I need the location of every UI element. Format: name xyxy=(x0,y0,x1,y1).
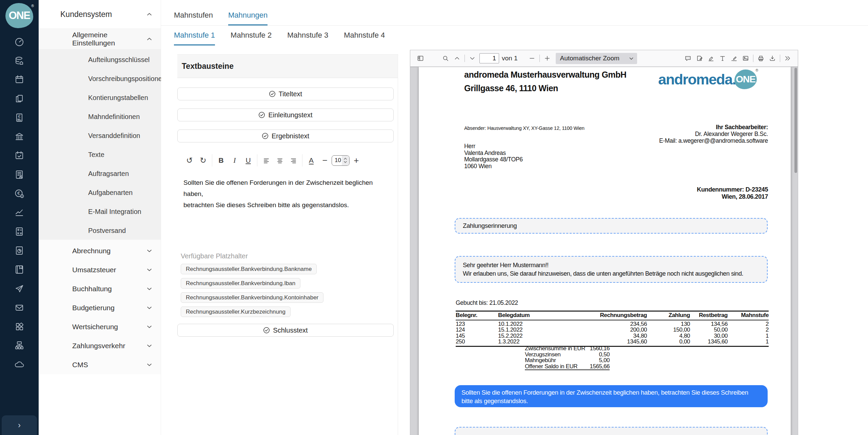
titeltext-button[interactable]: Titeltext xyxy=(177,87,394,100)
text-editor-area[interactable]: Sollten Sie die offenen Forderungen in d… xyxy=(177,177,388,211)
nav-item-auftragsarten[interactable]: Auftragsarten xyxy=(39,164,161,183)
font-color-button[interactable]: A xyxy=(304,154,318,167)
check-circle-icon xyxy=(269,91,276,97)
nav-item-mahndefinitionen[interactable]: Mahndefinitionen xyxy=(39,107,161,126)
align-center-icon[interactable] xyxy=(273,154,287,167)
network-icon[interactable] xyxy=(14,340,25,351)
ink-annotation-icon[interactable] xyxy=(728,53,740,64)
einleitungstext-button[interactable]: Einleitungstext xyxy=(177,108,394,121)
undo-icon[interactable]: ↺ xyxy=(183,154,196,167)
app-logo-text: ONE xyxy=(9,9,30,22)
tab-mahnstufe-3[interactable]: Mahnstufe 3 xyxy=(287,31,328,45)
placeholder-chip[interactable]: Rechnungsaussteller.Bankverbindung.Bankn… xyxy=(181,264,317,274)
schlusstext-button[interactable]: Schlusstext xyxy=(177,324,394,337)
cloud-icon[interactable] xyxy=(14,359,25,370)
tab-mahnstufen[interactable]: Mahnstufen xyxy=(174,11,213,25)
nav-group-wertsicherung[interactable]: Wertsicherung xyxy=(39,317,161,336)
signature-annotation-icon[interactable] xyxy=(694,53,705,64)
ergebnistext-button[interactable]: Ergebnistext xyxy=(177,130,394,142)
freetext-annotation-icon[interactable] xyxy=(717,53,728,64)
calendar-check-icon[interactable] xyxy=(14,150,25,161)
nav-item-postversand[interactable]: Postversand xyxy=(39,221,161,240)
tab-mahnstufe-4[interactable]: Mahnstufe 4 xyxy=(344,31,385,45)
nav-item-vorschreibungspositionen[interactable]: Vorschreibungspositionen xyxy=(39,69,161,88)
align-right-icon[interactable] xyxy=(287,154,300,167)
zoom-level-select[interactable]: Automatischer Zoom xyxy=(556,53,637,64)
stepper-arrows[interactable] xyxy=(342,156,349,165)
titeltext-placeholder-box: Zahlungserinnerung xyxy=(455,218,768,234)
placeholder-chip[interactable]: Rechnungsaussteller.Bankverbindung.Iban xyxy=(181,278,300,289)
placeholder-chip[interactable]: Rechnungsaussteller.Kurzbezeichnung xyxy=(181,307,291,317)
contract-person-icon[interactable] xyxy=(14,169,25,180)
nav-item-email-integration[interactable]: E-Mail Integration xyxy=(39,202,161,221)
tab-mahnstufe-1[interactable]: Mahnstufe 1 xyxy=(174,31,215,45)
bank-icon[interactable] xyxy=(14,131,25,142)
app-logo[interactable]: ONE ® xyxy=(5,3,33,28)
increase-font-button[interactable]: + xyxy=(350,154,363,167)
main-tab-bar: Mahnstufen Mahnungen xyxy=(161,0,868,26)
highlight-annotation-icon[interactable] xyxy=(705,53,717,64)
nav-item-versanddefinition[interactable]: Versanddefinition xyxy=(39,126,161,145)
search-icon[interactable] xyxy=(440,53,451,64)
nav-group-umsatzsteuer[interactable]: Umsatzsteuer xyxy=(39,260,161,279)
documents-icon[interactable] xyxy=(14,93,25,104)
sidebar-expand-button[interactable]: › xyxy=(2,415,37,435)
pdf-scrollbar[interactable] xyxy=(794,68,797,173)
nav-item-texte[interactable]: Texte xyxy=(39,145,161,164)
tab-mahnungen[interactable]: Mahnungen xyxy=(228,11,268,25)
nav-group-budgetierung[interactable]: Budgetierung xyxy=(39,298,161,317)
align-left-icon[interactable] xyxy=(259,154,273,167)
summary-row: Verzugszinsen0,50 xyxy=(525,352,610,358)
decrease-font-button[interactable]: − xyxy=(318,154,332,167)
tab-mahnstufe-2[interactable]: Mahnstufe 2 xyxy=(231,31,272,45)
next-page-icon[interactable] xyxy=(467,53,478,64)
nav-group-allgemeine-einstellungen[interactable]: Allgemeine Einstellungen xyxy=(39,29,161,49)
euro-info-icon[interactable]: € xyxy=(14,188,25,199)
chart-line-icon[interactable] xyxy=(14,207,25,218)
pdf-canvas[interactable]: andromeda Musterhausverwaltung GmbH Gril… xyxy=(410,67,798,435)
customer-number-block: Kundennummer: D-23245 Wien, 28.06.2017 xyxy=(697,186,768,200)
download-icon[interactable] xyxy=(767,53,778,64)
dashboard-icon[interactable] xyxy=(14,36,25,47)
previous-page-icon[interactable] xyxy=(451,53,463,64)
nav-item-kontierungstabellen[interactable]: Kontierungstabellen xyxy=(39,88,161,107)
nav-item-aufgabenarten[interactable]: Aufgabenarten xyxy=(39,183,161,202)
nav-section-kundensystem[interactable]: Kundensystem xyxy=(39,0,161,29)
placeholder-chip[interactable]: Rechnungsaussteller.Bankverbindung.Konto… xyxy=(181,292,323,303)
sidebar-toggle-icon[interactable] xyxy=(415,53,426,64)
underline-button[interactable]: U xyxy=(241,154,255,167)
nav-group-buchhaltung[interactable]: Buchhaltung xyxy=(39,279,161,298)
font-size-stepper[interactable]: 10 xyxy=(332,155,350,166)
calculator-icon[interactable] xyxy=(14,226,25,237)
summary-total-row: Offener Saldo in EUR1565,66 xyxy=(525,363,610,371)
absender-line: Absender: Hausverwaltung XY, XY-Gasse 12… xyxy=(464,125,585,131)
print-icon[interactable] xyxy=(755,53,767,64)
nav-item-aufteilungsschluessel[interactable]: Aufteilungsschlüssel xyxy=(39,50,161,69)
zoom-out-icon[interactable] xyxy=(526,53,538,64)
chevron-down-icon xyxy=(147,344,152,348)
image-annotation-icon[interactable] xyxy=(740,53,751,64)
booked-until-line: Gebucht bis: 21.05.2022 xyxy=(456,299,518,307)
book-icon[interactable] xyxy=(14,264,25,275)
dunning-summary: Zwischensumme in EUR1560,16 Verzugszinse… xyxy=(525,345,610,370)
nav-group-abrechnung[interactable]: Abrechnung xyxy=(39,241,161,260)
italic-button[interactable]: I xyxy=(228,154,241,167)
nav-group-cms[interactable]: CMS xyxy=(39,355,161,374)
page-number-input[interactable] xyxy=(479,53,499,63)
zoom-in-icon[interactable] xyxy=(541,53,553,64)
comment-annotation-icon[interactable] xyxy=(682,53,694,64)
redo-icon[interactable]: ↻ xyxy=(196,154,210,167)
chevron-down-icon xyxy=(147,287,152,291)
mail-icon[interactable] xyxy=(14,302,25,313)
nav-group-zahlungsverkehr[interactable]: Zahlungsverkehr xyxy=(39,336,161,355)
toolbar-separator xyxy=(302,154,302,166)
database-home-icon[interactable] xyxy=(14,55,25,66)
invoice-euro-icon[interactable]: € xyxy=(14,112,25,123)
chevron-down-icon xyxy=(147,325,152,329)
more-tools-icon[interactable] xyxy=(782,53,793,64)
bold-button[interactable]: B xyxy=(214,154,228,167)
calendar-icon[interactable] xyxy=(14,74,25,85)
report-pie-icon[interactable] xyxy=(14,245,25,256)
apps-icon[interactable] xyxy=(14,321,25,332)
send-icon[interactable] xyxy=(14,283,25,294)
